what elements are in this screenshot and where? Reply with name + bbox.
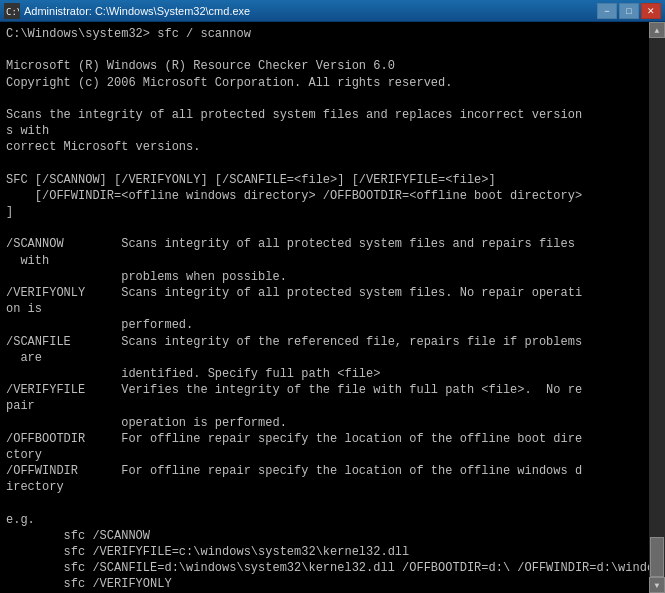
- scroll-down-button[interactable]: ▼: [649, 577, 665, 593]
- window-controls: − □ ✕: [597, 3, 661, 19]
- maximize-button[interactable]: □: [619, 3, 639, 19]
- cmd-icon: C:\: [4, 3, 20, 19]
- terminal-wrapper: C:\Windows\system32> sfc / scannow Micro…: [0, 22, 665, 593]
- scroll-thumb[interactable]: [650, 537, 664, 577]
- minimize-button[interactable]: −: [597, 3, 617, 19]
- title-left: C:\ Administrator: C:\Windows\System32\c…: [4, 3, 250, 19]
- terminal-output[interactable]: C:\Windows\system32> sfc / scannow Micro…: [0, 22, 649, 593]
- window-title: Administrator: C:\Windows\System32\cmd.e…: [24, 5, 250, 17]
- window: C:\ Administrator: C:\Windows\System32\c…: [0, 0, 665, 593]
- svg-text:C:\: C:\: [6, 7, 19, 17]
- title-bar: C:\ Administrator: C:\Windows\System32\c…: [0, 0, 665, 22]
- close-button[interactable]: ✕: [641, 3, 661, 19]
- scroll-track[interactable]: [649, 38, 665, 577]
- scroll-up-button[interactable]: ▲: [649, 22, 665, 38]
- scrollbar[interactable]: ▲ ▼: [649, 22, 665, 593]
